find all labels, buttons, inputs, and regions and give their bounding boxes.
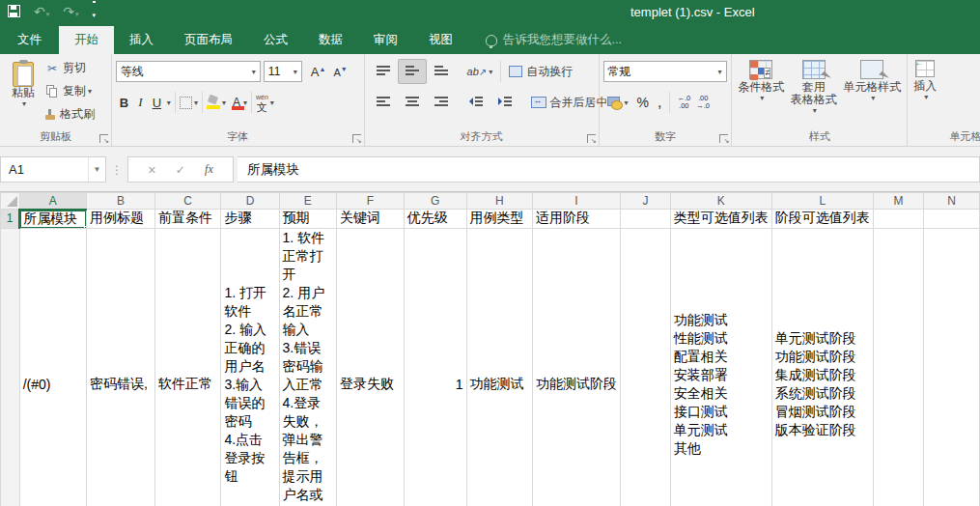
cell-F1[interactable]: 关键词 [337, 210, 405, 229]
cell-B1[interactable]: 用例标题 [86, 210, 154, 229]
fill-color-icon[interactable] [207, 96, 220, 109]
tab-insert[interactable]: 插入 [114, 26, 169, 54]
cell-styles-button[interactable]: 单元格样式 ▾ [843, 57, 901, 115]
align-middle-button[interactable] [398, 59, 427, 84]
column-header-M[interactable]: M [873, 193, 924, 210]
cell-N2[interactable] [924, 228, 980, 506]
cell-M2[interactable] [873, 228, 924, 506]
format-as-table-button[interactable]: 套用 表格格式 ▾ [791, 57, 837, 115]
column-header-D[interactable]: D [221, 193, 279, 210]
align-bottom-button[interactable] [427, 59, 456, 84]
cell-A1[interactable]: 所属模块 [19, 210, 86, 229]
clipboard-dialog-launcher[interactable] [99, 134, 108, 143]
redo-button[interactable]: ↷▾ [63, 1, 78, 25]
column-header-E[interactable]: E [279, 193, 337, 210]
column-header-N[interactable]: N [924, 193, 980, 210]
cell-M1[interactable] [873, 210, 924, 229]
cell-H2[interactable]: 功能测试 [466, 228, 532, 506]
cell-C1[interactable]: 前置条件 [154, 210, 220, 229]
cell-H1[interactable]: 用例类型 [466, 210, 532, 229]
alignment-dialog-launcher[interactable] [587, 134, 596, 143]
paste-button[interactable]: 粘贴 ▾ [4, 59, 42, 108]
orientation-button[interactable]: ab↗▾ [463, 64, 497, 79]
increase-font-button[interactable]: A▲ [307, 65, 330, 79]
phonetic-dropdown[interactable]: ▾ [270, 98, 274, 107]
column-header-L[interactable]: L [771, 193, 873, 210]
tab-home[interactable]: 开始 [59, 26, 114, 54]
cell-F2[interactable]: 登录失败 [337, 228, 405, 506]
increase-indent-button[interactable] [490, 90, 519, 115]
underline-dropdown[interactable]: ▾ [167, 98, 171, 107]
column-header-K[interactable]: K [670, 193, 771, 210]
cancel-button[interactable]: × [148, 162, 155, 178]
accounting-format-button[interactable]: ▾ [603, 94, 632, 111]
enter-button[interactable]: ✓ [176, 163, 185, 177]
cell-N1[interactable] [924, 210, 980, 229]
font-size-combo[interactable]: 11▾ [264, 61, 302, 82]
save-button[interactable] [8, 2, 20, 24]
insert-function-button[interactable]: fx [205, 162, 213, 177]
formula-bar-input[interactable]: 所属模块 [238, 156, 980, 183]
fill-color-dropdown[interactable]: ▾ [222, 98, 226, 107]
customize-qat-button[interactable]: ▾ [93, 1, 97, 26]
cell-K2[interactable]: 功能测试 性能测试 配置相关 安装部署 安全相关 接口测试 单元测试 其他 [670, 228, 771, 506]
column-header-B[interactable]: B [86, 193, 154, 210]
decrease-decimal-button[interactable]: .00 →.0 [693, 95, 713, 110]
tab-view[interactable]: 视图 [413, 26, 468, 54]
cell-J2[interactable] [620, 228, 670, 506]
cell-L1[interactable]: 阶段可选值列表 [771, 210, 873, 229]
name-box-dropdown[interactable]: ▼ [88, 157, 105, 182]
cell-E2[interactable]: 1. 软件正常打开 2. 用户名正常输入 3.错误密码输入正常 4.登录失败，弹… [279, 228, 337, 506]
align-center-button[interactable] [398, 90, 427, 115]
select-all-corner[interactable] [1, 193, 20, 210]
name-box[interactable]: A1 ▼ [0, 156, 106, 183]
cell-L2[interactable]: 单元测试阶段 功能测试阶段 集成测试阶段 系统测试阶段 冒烟测试阶段 版本验证阶… [771, 228, 873, 506]
copy-button[interactable]: 复制▾ [44, 83, 95, 99]
cell-D2[interactable]: 1. 打开软件 2. 输入正确的用户名 3.输入错误的密码 4.点击登录按钮 [221, 228, 279, 506]
align-left-button[interactable] [369, 90, 398, 115]
wrap-text-button[interactable]: 自动换行 [505, 62, 576, 82]
undo-button[interactable]: ↶▾ [34, 1, 49, 25]
comma-style-button[interactable]: , [654, 94, 665, 111]
tab-review[interactable]: 审阅 [358, 26, 413, 54]
cell-E1[interactable]: 预期 [279, 210, 337, 229]
row-header-2[interactable]: 2 [1, 228, 20, 506]
font-dialog-launcher[interactable] [352, 134, 361, 143]
increase-decimal-button[interactable]: ←.0 .00 [674, 95, 693, 110]
underline-button[interactable]: U [149, 96, 165, 110]
paste-dropdown-arrow[interactable]: ▾ [22, 99, 26, 108]
borders-dropdown[interactable]: ▾ [194, 98, 198, 107]
cell-K1[interactable]: 类型可选值列表 [670, 210, 771, 229]
row-header-1[interactable]: 1 [1, 210, 20, 229]
italic-button[interactable]: I [132, 95, 149, 110]
decrease-font-button[interactable]: A▼ [329, 66, 350, 78]
conditional-formatting-button[interactable]: ≠ 条件格式 ▾ [738, 57, 784, 115]
cell-I2[interactable]: 功能测试阶段 [532, 228, 620, 506]
cell-C2[interactable]: 软件正常 [154, 228, 220, 506]
insert-cells-button[interactable]: ← 插入 ▾ [913, 57, 937, 101]
tab-data[interactable]: 数据 [303, 26, 358, 54]
tab-file[interactable]: 文件 [0, 26, 59, 54]
bold-button[interactable]: B [116, 96, 132, 110]
column-header-H[interactable]: H [466, 193, 532, 210]
phonetic-guide-button[interactable]: wén文 [256, 93, 268, 112]
column-header-F[interactable]: F [337, 193, 405, 210]
fill-handle[interactable] [84, 226, 87, 229]
column-header-C[interactable]: C [154, 193, 220, 210]
cell-D1[interactable]: 步骤 [221, 210, 279, 229]
borders-icon[interactable] [180, 97, 192, 109]
percent-style-button[interactable]: % [632, 95, 654, 110]
format-painter-button[interactable]: 格式刷 [44, 106, 95, 123]
cell-A2[interactable]: /(#0) [19, 228, 86, 506]
align-right-button[interactable] [427, 90, 456, 115]
decrease-indent-button[interactable] [462, 90, 490, 115]
cell-B2[interactable]: 密码错误, [86, 228, 154, 506]
tab-page-layout[interactable]: 页面布局 [169, 26, 248, 54]
font-name-combo[interactable]: 等线▾ [116, 61, 261, 82]
align-top-button[interactable] [369, 59, 398, 84]
number-dialog-launcher[interactable] [719, 134, 728, 143]
cell-I1[interactable]: 适用阶段 [532, 210, 620, 229]
font-color-button[interactable]: A [232, 96, 241, 109]
cell-G2[interactable]: 1 [404, 228, 466, 506]
tab-formulas[interactable]: 公式 [248, 26, 303, 54]
